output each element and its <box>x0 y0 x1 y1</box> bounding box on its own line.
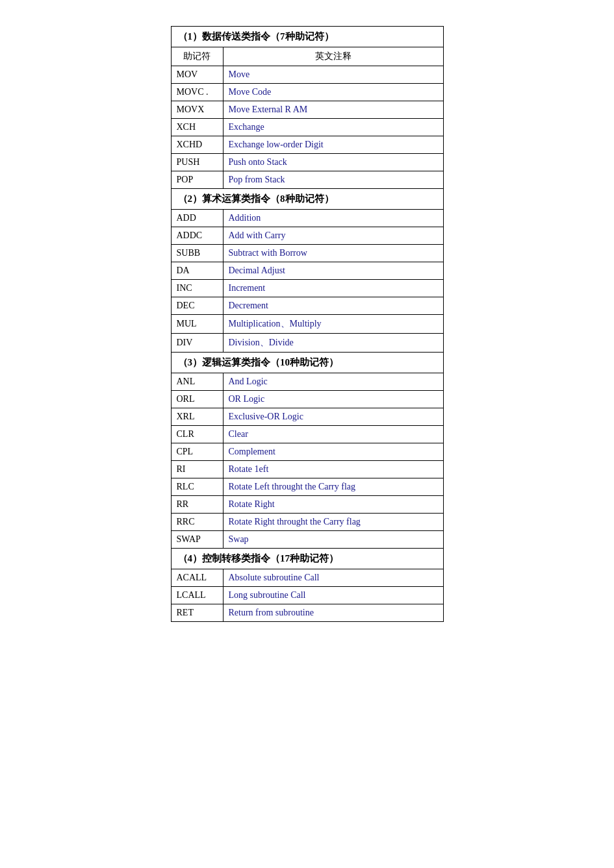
desc-cell: Subtract with Borrow <box>223 245 443 262</box>
desc-cell: Pop from Stack <box>223 171 443 189</box>
mnemonic-cell: XRL <box>171 408 223 426</box>
section-title-row: （2）算术运算类指令（8种助记符） <box>171 189 443 210</box>
desc-cell: Clear <box>223 426 443 443</box>
main-table: （1）数据传送类指令（7种助记符）助记符英文注释MOVMoveMOVC .Mov… <box>171 26 444 622</box>
section-title-row: （4）控制转移类指令（17种助记符） <box>171 549 443 569</box>
table-row: MOVXMove External R AM <box>171 101 443 119</box>
mnemonic-cell: ANL <box>171 373 223 391</box>
mnemonic-cell: ADD <box>171 210 223 227</box>
table-row: SWAPSwap <box>171 531 443 549</box>
section-title: （4）控制转移类指令（17种助记符） <box>171 549 443 569</box>
table-row: DIVDivision、Divide <box>171 334 443 353</box>
table-row: POPPop from Stack <box>171 171 443 189</box>
table-row: ACALLAbsolute subroutine Call <box>171 569 443 587</box>
mnemonic-cell: RRC <box>171 514 223 531</box>
mnemonic-cell: RET <box>171 604 223 622</box>
mnemonic-cell: ORL <box>171 391 223 408</box>
table-row: PUSHPush onto Stack <box>171 154 443 171</box>
desc-cell: Push onto Stack <box>223 154 443 171</box>
table-row: MULMultiplication、Multiply <box>171 315 443 334</box>
mnemonic-cell: DA <box>171 262 223 280</box>
desc-cell: Exchange <box>223 119 443 136</box>
desc-cell: Decrement <box>223 297 443 315</box>
column-header-row: 助记符英文注释 <box>171 47 443 66</box>
table-row: ADDAddition <box>171 210 443 227</box>
desc-cell: Exclusive-OR Logic <box>223 408 443 426</box>
desc-cell: And Logic <box>223 373 443 391</box>
mnemonic-cell: RLC <box>171 478 223 496</box>
table-row: XRLExclusive-OR Logic <box>171 408 443 426</box>
table-row: DADecimal Adjust <box>171 262 443 280</box>
table-row: XCHDExchange low-order Digit <box>171 136 443 154</box>
desc-cell: Move Code <box>223 84 443 101</box>
table-row: MOVC .Move Code <box>171 84 443 101</box>
table-row: INCIncrement <box>171 280 443 297</box>
mnemonic-cell: MUL <box>171 315 223 334</box>
mnemonic-cell: POP <box>171 171 223 189</box>
mnemonic-cell: LCALL <box>171 587 223 604</box>
mnemonic-cell: CPL <box>171 443 223 461</box>
table-row: RRCRotate Right throught the Carry flag <box>171 514 443 531</box>
mnemonic-cell: MOVC . <box>171 84 223 101</box>
desc-cell: Add with Carry <box>223 227 443 245</box>
desc-cell: Long subroutine Call <box>223 587 443 604</box>
table-row: LCALLLong subroutine Call <box>171 587 443 604</box>
mnemonic-cell: ACALL <box>171 569 223 587</box>
section-title: （2）算术运算类指令（8种助记符） <box>171 189 443 210</box>
table-row: CLRClear <box>171 426 443 443</box>
mnemonic-cell: MOV <box>171 66 223 84</box>
table-row: XCHExchange <box>171 119 443 136</box>
section-title-row: （1）数据传送类指令（7种助记符） <box>171 27 443 47</box>
table-row: ADDCAdd with Carry <box>171 227 443 245</box>
table-row: RLCRotate Left throught the Carry flag <box>171 478 443 496</box>
desc-cell: Multiplication、Multiply <box>223 315 443 334</box>
header-mnemonic: 助记符 <box>171 47 223 66</box>
mnemonic-cell: RR <box>171 496 223 514</box>
mnemonic-cell: DEC <box>171 297 223 315</box>
mnemonic-cell: XCHD <box>171 136 223 154</box>
mnemonic-cell: XCH <box>171 119 223 136</box>
mnemonic-cell: ADDC <box>171 227 223 245</box>
desc-cell: Swap <box>223 531 443 549</box>
section-title: （3）逻辑运算类指令（10种助记符） <box>171 353 443 373</box>
desc-cell: Addition <box>223 210 443 227</box>
desc-cell: Absolute subroutine Call <box>223 569 443 587</box>
desc-cell: Move External R AM <box>223 101 443 119</box>
desc-cell: Increment <box>223 280 443 297</box>
section-title-row: （3）逻辑运算类指令（10种助记符） <box>171 353 443 373</box>
page-container: （1）数据传送类指令（7种助记符）助记符英文注释MOVMoveMOVC .Mov… <box>171 26 444 622</box>
desc-cell: Rotate Left throught the Carry flag <box>223 478 443 496</box>
table-row: DECDecrement <box>171 297 443 315</box>
mnemonic-cell: MOVX <box>171 101 223 119</box>
desc-cell: Rotate Right <box>223 496 443 514</box>
desc-cell: Exchange low-order Digit <box>223 136 443 154</box>
mnemonic-cell: INC <box>171 280 223 297</box>
desc-cell: Rotate 1eft <box>223 461 443 478</box>
section-title: （1）数据传送类指令（7种助记符） <box>171 27 443 47</box>
header-desc: 英文注释 <box>223 47 443 66</box>
desc-cell: OR Logic <box>223 391 443 408</box>
table-row: MOVMove <box>171 66 443 84</box>
desc-cell: Complement <box>223 443 443 461</box>
table-row: ANLAnd Logic <box>171 373 443 391</box>
mnemonic-cell: SUBB <box>171 245 223 262</box>
table-row: ORLOR Logic <box>171 391 443 408</box>
desc-cell: Return from subroutine <box>223 604 443 622</box>
mnemonic-cell: PUSH <box>171 154 223 171</box>
desc-cell: Division、Divide <box>223 334 443 353</box>
table-row: RRRotate Right <box>171 496 443 514</box>
mnemonic-cell: CLR <box>171 426 223 443</box>
desc-cell: Rotate Right throught the Carry flag <box>223 514 443 531</box>
mnemonic-cell: RI <box>171 461 223 478</box>
table-row: CPLComplement <box>171 443 443 461</box>
table-row: RETReturn from subroutine <box>171 604 443 622</box>
table-row: SUBBSubtract with Borrow <box>171 245 443 262</box>
desc-cell: Decimal Adjust <box>223 262 443 280</box>
mnemonic-cell: DIV <box>171 334 223 353</box>
table-row: RIRotate 1eft <box>171 461 443 478</box>
desc-cell: Move <box>223 66 443 84</box>
mnemonic-cell: SWAP <box>171 531 223 549</box>
